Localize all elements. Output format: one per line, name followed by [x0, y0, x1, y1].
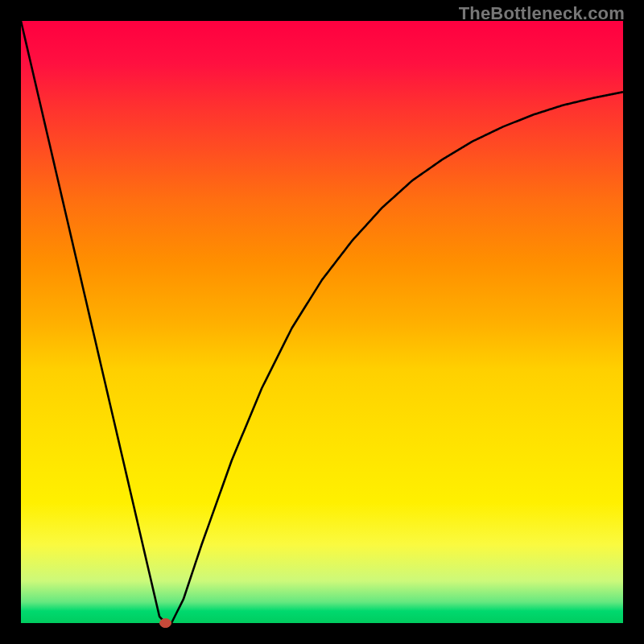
bottleneck-curve [21, 21, 623, 623]
chart-frame: TheBottleneck.com [0, 0, 644, 644]
chart-canvas [21, 21, 623, 623]
plot-area [21, 21, 623, 623]
minimum-marker [160, 619, 171, 628]
